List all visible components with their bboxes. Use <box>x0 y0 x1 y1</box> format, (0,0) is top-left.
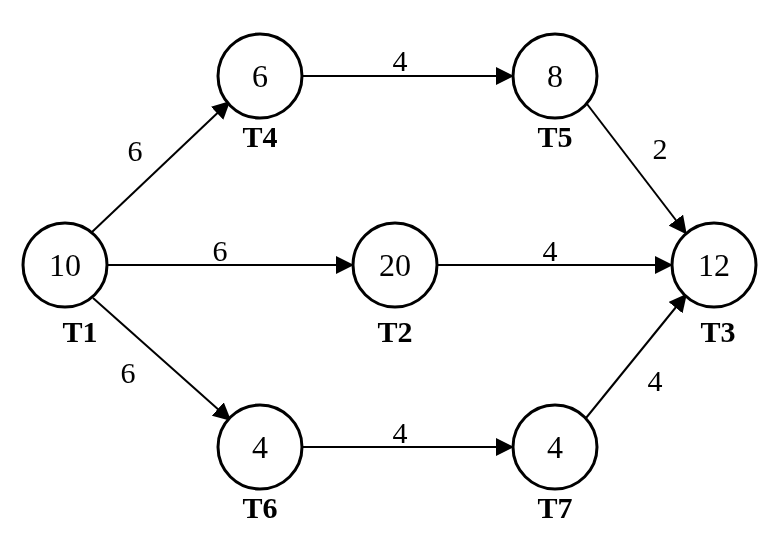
node-value-T5: 8 <box>547 58 563 94</box>
edge-weight-T1-T6: 6 <box>121 356 136 389</box>
edge-T1-T2: 6 <box>107 234 351 267</box>
node-T7: 4 T7 <box>513 405 597 524</box>
node-label-T6: T6 <box>242 491 277 524</box>
node-value-T4: 6 <box>252 58 268 94</box>
edge-T6-T7: 4 <box>302 416 511 449</box>
edge-weight-T7-T3: 4 <box>648 364 663 397</box>
svg-line-7 <box>586 296 685 418</box>
edge-T2-T3: 4 <box>437 234 670 267</box>
node-value-T3: 12 <box>698 247 730 283</box>
node-value-T2: 20 <box>379 247 411 283</box>
edge-T1-T4: 6 <box>92 103 228 232</box>
node-label-T3: T3 <box>700 315 735 348</box>
node-label-T7: T7 <box>537 491 572 524</box>
edge-T7-T3: 4 <box>586 296 685 418</box>
edge-T5-T3: 2 <box>587 104 685 232</box>
node-value-T7: 4 <box>547 429 563 465</box>
node-T5: 8 T5 <box>513 34 597 153</box>
node-value-T6: 4 <box>252 429 268 465</box>
node-label-T5: T5 <box>537 120 572 153</box>
node-label-T1: T1 <box>62 315 97 348</box>
node-label-T4: T4 <box>242 120 277 153</box>
node-T4: 6 T4 <box>218 34 302 153</box>
edge-weight-T5-T3: 2 <box>653 132 668 165</box>
edge-weight-T2-T3: 4 <box>543 234 558 267</box>
node-value-T1: 10 <box>49 247 81 283</box>
node-T1: 10 T1 <box>23 223 107 348</box>
edge-T1-T6: 6 <box>93 298 229 419</box>
edge-weight-T4-T5: 4 <box>393 44 408 77</box>
node-label-T2: T2 <box>377 315 412 348</box>
svg-line-5 <box>93 298 229 419</box>
edge-T4-T5: 4 <box>302 44 511 77</box>
edge-weight-T1-T4: 6 <box>128 134 143 167</box>
node-T6: 4 T6 <box>218 405 302 524</box>
edge-weight-T1-T2: 6 <box>213 234 228 267</box>
svg-line-0 <box>92 103 228 232</box>
svg-line-2 <box>587 104 685 232</box>
task-graph-diagram: 6 4 2 6 4 6 4 4 10 T1 6 T4 8 <box>0 0 782 544</box>
node-T3: 12 T3 <box>672 223 756 348</box>
edge-weight-T6-T7: 4 <box>393 416 408 449</box>
node-T2: 20 T2 <box>353 223 437 348</box>
